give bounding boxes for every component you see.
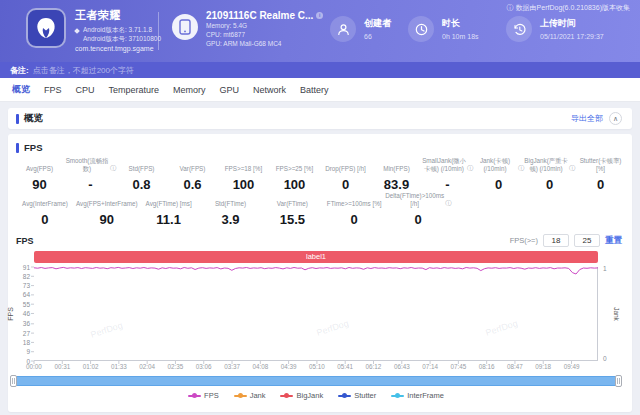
y-tick-label: 18 (10, 339, 30, 346)
fps-series-line (34, 267, 598, 274)
right-y-tick-label: 0 (603, 355, 607, 362)
fps-threshold-reset-button[interactable]: 重置 (605, 235, 622, 247)
fps-chart: label1 FPS Jank PerfDog PerfDog PerfDog … (8, 251, 632, 400)
x-tick-label: 08:47 (507, 363, 523, 370)
x-tick-label: 03:06 (196, 363, 212, 370)
creator-label: 创建者 (364, 17, 391, 30)
metric-var-fps: Var(FPS)0.6 (167, 157, 218, 192)
legend-marker (338, 395, 351, 397)
legend-item-fps[interactable]: FPS (188, 391, 219, 400)
creator-value: 66 (364, 33, 391, 40)
y-tick-label: 82 (10, 273, 30, 280)
metric-bigjank: BigJank(严重卡顿) (/10min)ⓘ0 (524, 157, 575, 192)
fps-chart-title: FPS (16, 236, 34, 246)
x-tick-label: 05:10 (309, 363, 325, 370)
y-tick-label: 55 (10, 301, 30, 308)
chevron-up-icon: ∧ (613, 115, 618, 123)
creator-block: 创建者 66 (330, 16, 391, 42)
fps-metrics-row-1: Avg(FPS)90 Smooth(流畅指数)ⓘ- Std(FPS)0.8 Va… (8, 157, 632, 192)
legend-item-interframe[interactable]: InterFrame (391, 391, 444, 400)
metric-jank: Jank(卡顿) (/10min)ⓘ0 (473, 157, 524, 192)
legend-item-bigjank[interactable]: BigJank (280, 391, 323, 400)
report-body: 概览 导出全部 ∧ FPS Avg(FPS)90 Smooth(流畅指数)ⓘ- … (0, 102, 640, 412)
upload-time-block: 上传时间 05/11/2021 17:29:37 (506, 16, 604, 42)
section-accent-bar (16, 114, 19, 124)
overview-section-card: 概览 导出全部 ∧ (8, 108, 632, 129)
fps-threshold-input-1[interactable] (543, 234, 569, 247)
tab-cpu[interactable]: CPU (76, 85, 95, 95)
legend-item-jank[interactable]: Jank (234, 391, 266, 400)
metric-stutter: Stutter(卡顿率) [%]0 (575, 157, 626, 192)
metric-ftime-ge-100ms: FTime>=100ms [%]0 (323, 198, 385, 227)
duration-value: 0h 10m 18s (442, 33, 479, 40)
slider-handle-left[interactable] (10, 375, 17, 387)
slider-handle-right[interactable] (615, 375, 622, 387)
tab-overview[interactable]: 概览 (12, 83, 30, 96)
tab-network[interactable]: Network (253, 85, 286, 95)
metric-std-fps: Std(FPS)0.8 (116, 157, 167, 192)
legend-marker (234, 395, 247, 397)
x-tick-label: 04:39 (281, 363, 297, 370)
legend-label: InterFrame (407, 391, 444, 400)
y-tick-label: 91 (10, 264, 30, 271)
info-icon[interactable]: ⓘ (445, 200, 451, 208)
metric-smalljank: SmallJank(微小卡顿) (/10min)ⓘ- (422, 157, 473, 192)
x-tick-label: 07:14 (422, 363, 438, 370)
app-name: 王者荣耀 (75, 8, 161, 23)
tab-gpu[interactable]: GPU (220, 85, 240, 95)
app-summary: 王者荣耀 Android版本名: 3.71.1.8 Android版本号: 37… (26, 8, 161, 52)
device-summary: 21091116C Realme C... i Memory: 5.4G CPU… (172, 10, 323, 48)
duration-label: 时长 (442, 17, 479, 30)
legend-marker (280, 395, 293, 397)
note-placeholder: 点击备注，不超过200个字符 (33, 65, 134, 76)
legend-label: FPS (204, 391, 219, 400)
collect-note: ⓘ 数据由PerfDog(6.0.210836)版本收集 (507, 3, 630, 13)
fps-threshold-input-2[interactable] (574, 234, 600, 247)
legend-marker (188, 395, 201, 397)
legend-label: Stutter (354, 391, 376, 400)
x-tick-label: 09:49 (564, 363, 580, 370)
section-tab-bar: 概览 FPS CPU Temperature Memory GPU Networ… (0, 78, 640, 102)
y-tick-label: 46 (10, 310, 30, 317)
x-axis-tick-row: 00:0000:3101:0201:3302:0402:3503:0603:37… (34, 363, 598, 372)
history-clock-icon (506, 16, 532, 42)
phone-icon (172, 14, 198, 40)
collapse-button[interactable]: ∧ (609, 112, 622, 125)
metric-fps-ge-25: FPS>=25 [%]100 (269, 157, 320, 192)
fps-section-title: FPS (8, 142, 632, 153)
device-info-icon[interactable]: i (316, 12, 323, 19)
x-tick-label: 06:12 (366, 363, 382, 370)
y-tick-label: 9 (10, 348, 30, 355)
y-tick-label: 27 (10, 330, 30, 337)
export-all-link[interactable]: 导出全部 (571, 113, 603, 124)
metric-delta-ftime: Delta(FTime)>100ms [/h]ⓘ0 (385, 198, 451, 227)
tab-temperature[interactable]: Temperature (109, 85, 160, 95)
metric-drop-fps: Drop(FPS) [/h]0 (320, 157, 371, 192)
x-tick-label: 09:18 (535, 363, 551, 370)
x-tick-label: 08:16 (479, 363, 495, 370)
y-tick-label: 64 (10, 291, 30, 298)
range-slider[interactable] (12, 376, 620, 386)
tab-memory[interactable]: Memory (173, 85, 206, 95)
legend-label: BigJank (296, 391, 323, 400)
legend-label: Jank (250, 391, 266, 400)
app-version-code: Android版本号: 371010800 (83, 34, 161, 43)
metric-avg-fps: Avg(FPS)90 (14, 157, 65, 192)
overview-section-title: 概览 (16, 112, 43, 125)
info-icon: ⓘ (507, 3, 514, 13)
tab-battery[interactable]: Battery (300, 85, 329, 95)
x-tick-label: 07:45 (450, 363, 466, 370)
tab-fps[interactable]: FPS (44, 85, 62, 95)
x-tick-label: 02:04 (139, 363, 155, 370)
metric-std-ftime: Std(FTime)3.9 (200, 198, 262, 227)
fps-metrics-row-2: Avg(InterFrame)0 Avg(FPS+InterFrame)90 A… (8, 198, 457, 227)
x-tick-label: 01:02 (83, 363, 99, 370)
legend-item-stutter[interactable]: Stutter (338, 391, 376, 400)
fps-line-svg (34, 267, 598, 361)
metric-smooth: Smooth(流畅指数)ⓘ- (65, 157, 116, 192)
metric-avg-interframe: Avg(InterFrame)0 (14, 198, 76, 227)
right-y-tick-label: 1 (603, 265, 607, 272)
x-tick-label: 00:00 (26, 363, 42, 370)
note-bar[interactable]: 备注: 点击备注，不超过200个字符 (0, 62, 640, 78)
x-tick-label: 04:08 (252, 363, 268, 370)
